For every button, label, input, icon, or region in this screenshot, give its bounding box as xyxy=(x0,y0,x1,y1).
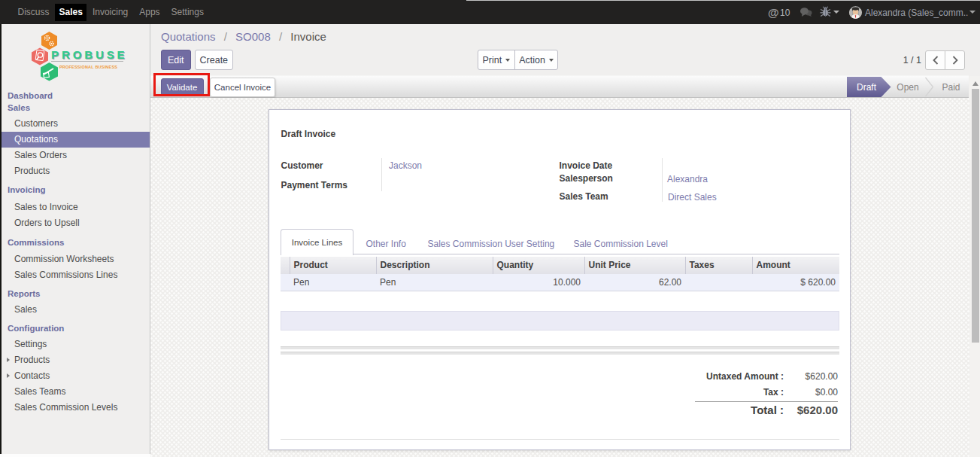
svg-text:PROFESSIONAL BUSINESS: PROFESSIONAL BUSINESS xyxy=(59,65,117,69)
svg-text:PROBUSE: PROBUSE xyxy=(51,48,127,61)
